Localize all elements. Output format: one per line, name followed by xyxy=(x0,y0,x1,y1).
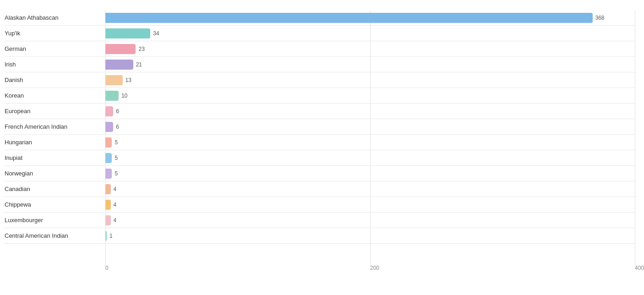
bar-value: 23 xyxy=(138,46,144,52)
bar-wrapper: 5 xyxy=(105,135,635,150)
bar-label: Alaskan Athabascan xyxy=(5,14,105,21)
bar-row: Inupiat5 xyxy=(5,150,635,166)
bar xyxy=(105,122,113,132)
bar-value: 368 xyxy=(595,15,605,21)
bar-wrapper: 4 xyxy=(105,181,635,197)
bar-label: Inupiat xyxy=(5,154,105,161)
bar-value: 5 xyxy=(115,155,118,161)
bar-wrapper: 6 xyxy=(105,104,635,119)
chart-container: Alaskan Athabascan368Yup'ik34German23Iri… xyxy=(0,0,644,295)
bar xyxy=(105,91,119,101)
bar-row: Korean10 xyxy=(5,88,635,104)
bar-row: Danish13 xyxy=(5,72,635,88)
bar-value: 6 xyxy=(116,108,119,115)
bar xyxy=(105,44,136,54)
bar-value: 21 xyxy=(136,61,142,68)
bar xyxy=(105,137,112,148)
bar xyxy=(105,215,111,225)
bar-row: Norwegian5 xyxy=(5,166,635,181)
x-axis-400: 400 xyxy=(635,265,644,271)
bar-label: Chippewa xyxy=(5,201,105,208)
bar-value: 4 xyxy=(114,217,117,224)
bar xyxy=(105,13,593,23)
bar xyxy=(105,106,113,116)
bar-wrapper: 21 xyxy=(105,57,635,72)
bar-label: Norwegian xyxy=(5,170,105,177)
bar-row: European6 xyxy=(5,104,635,119)
bar-value: 34 xyxy=(153,30,159,37)
bar-wrapper: 34 xyxy=(105,26,635,41)
bar-row: Central American Indian1 xyxy=(5,228,635,244)
bar-wrapper: 5 xyxy=(105,166,635,181)
x-axis: 0 200 400 xyxy=(105,267,635,276)
bar xyxy=(105,28,150,38)
bar-row: Alaskan Athabascan368 xyxy=(5,10,635,26)
bar-value: 1 xyxy=(109,233,113,239)
x-axis-200: 200 xyxy=(370,265,379,271)
bar-wrapper: 4 xyxy=(105,213,635,228)
bar-wrapper: 10 xyxy=(105,88,635,103)
bar-label: Yup'ik xyxy=(5,30,105,37)
bars-area: Alaskan Athabascan368Yup'ik34German23Iri… xyxy=(5,10,635,267)
bar-row: Irish21 xyxy=(5,57,635,72)
bar xyxy=(105,75,123,85)
bar-label: Hungarian xyxy=(5,139,105,146)
bar-value: 5 xyxy=(115,139,118,146)
bar-label: Korean xyxy=(5,92,105,99)
bar-wrapper: 6 xyxy=(105,119,635,134)
bar xyxy=(105,169,112,179)
bar-value: 6 xyxy=(116,124,119,130)
bar-wrapper: 23 xyxy=(105,41,635,56)
bar-value: 4 xyxy=(114,202,117,208)
bar-row: French American Indian6 xyxy=(5,119,635,135)
bar xyxy=(105,60,133,70)
bar-value: 13 xyxy=(126,77,131,83)
x-axis-0: 0 xyxy=(105,265,109,271)
bar-row: Canadian4 xyxy=(5,181,635,197)
bar-value: 10 xyxy=(121,93,127,99)
bar-wrapper: 368 xyxy=(105,10,635,25)
bar xyxy=(105,231,107,241)
bar-value: 5 xyxy=(115,170,118,177)
bar-row: German23 xyxy=(5,41,635,57)
bar xyxy=(105,184,111,194)
bar-row: Chippewa4 xyxy=(5,197,635,213)
bar-label: French American Indian xyxy=(5,123,105,130)
bar-value: 4 xyxy=(114,186,117,192)
bar-label: Central American Indian xyxy=(5,232,105,239)
bar-row: Hungarian5 xyxy=(5,135,635,150)
bar-row: Yup'ik34 xyxy=(5,26,635,41)
bar-label: Irish xyxy=(5,61,105,68)
bar-wrapper: 13 xyxy=(105,72,635,87)
bar-label: German xyxy=(5,45,105,52)
bar-label: European xyxy=(5,108,105,115)
bar-label: Danish xyxy=(5,76,105,83)
bar-wrapper: 1 xyxy=(105,228,635,243)
bar xyxy=(105,200,111,210)
bar xyxy=(105,153,112,163)
bar-label: Luxembourger xyxy=(5,217,105,224)
bar-label: Canadian xyxy=(5,186,105,192)
bar-wrapper: 5 xyxy=(105,150,635,165)
bar-wrapper: 4 xyxy=(105,197,635,212)
bar-row: Luxembourger4 xyxy=(5,213,635,228)
